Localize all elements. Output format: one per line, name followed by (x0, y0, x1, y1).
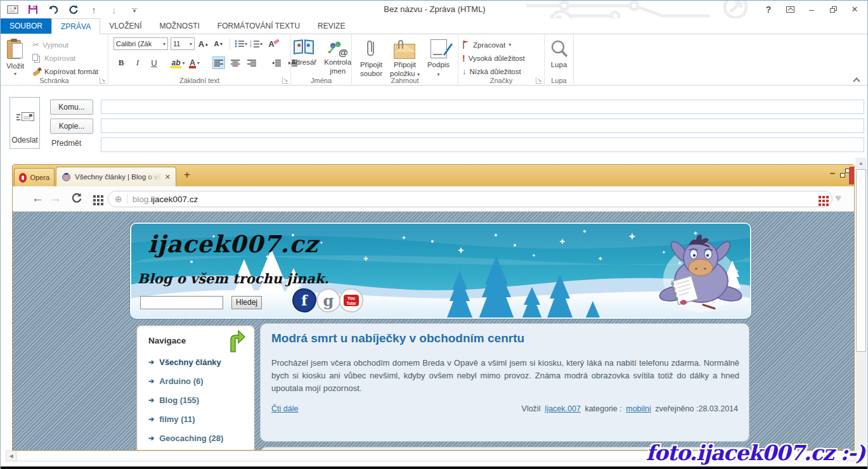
paste-icon (6, 39, 25, 60)
article-title[interactable]: Modrá smrt u nabíječky v obchodním cenrt… (271, 331, 524, 345)
restore-icon[interactable] (824, 3, 842, 16)
tab-soubor[interactable]: SOUBOR (1, 18, 51, 34)
align-center-icon[interactable] (229, 56, 242, 69)
scroll-left-icon[interactable]: ◀ (6, 451, 16, 461)
tab-close-icon[interactable]: ✕ (165, 173, 171, 181)
opera-menu-button[interactable]: Opera (14, 168, 55, 186)
tab-vlozeni[interactable]: VLOŽENÍ (100, 18, 150, 34)
cc-button[interactable]: Kopie... (50, 119, 93, 134)
sidebar-item-geocaching[interactable]: ➔Geocaching (28) (148, 432, 250, 444)
subject-label: Předmět (51, 139, 81, 148)
grow-font-icon[interactable]: A▲ (197, 37, 210, 50)
blog-tagline: Blog o všem trochu jinak. (138, 271, 329, 286)
send-button[interactable]: Odeslat (10, 97, 40, 149)
numbering-icon[interactable]: 123 ▾ (250, 37, 262, 50)
new-tab-button[interactable]: + (184, 169, 190, 181)
subject-field[interactable] (101, 138, 864, 152)
paperclip-icon (365, 39, 377, 59)
shrink-font-icon[interactable]: A▼ (212, 37, 225, 50)
sidebar-item-arduino[interactable]: ➔Arduino (6) (148, 375, 250, 387)
align-right-icon[interactable] (245, 56, 258, 69)
attach-item-icon (394, 39, 415, 59)
copy-button[interactable]: Kopírovat (30, 52, 101, 64)
decrease-indent-icon[interactable] (269, 56, 282, 69)
bookmark-heart-icon[interactable]: ♥ (835, 192, 841, 205)
google-icon[interactable]: g (318, 290, 339, 311)
sidebar-item-all-articles[interactable]: ➔Všechny články (148, 356, 250, 368)
extensions-icon[interactable] (819, 196, 821, 198)
bold-icon[interactable]: B (115, 56, 127, 69)
ribbon-display-options-icon[interactable] (781, 3, 799, 16)
low-importance-button[interactable]: ↓ Nízká důležitost (458, 65, 544, 78)
font-color-icon[interactable]: A▾ (188, 56, 201, 69)
check-names-icon: ☻☻ ✓@ (327, 39, 349, 56)
vertical-scroll-thumb[interactable] (856, 169, 866, 352)
scroll-up-icon[interactable]: ▲ (855, 158, 867, 169)
window-controls: ? – × (760, 1, 864, 18)
clipboard-dialog-launcher-icon[interactable]: ↘ (100, 77, 106, 84)
youtube-icon[interactable]: YouTube (340, 290, 362, 311)
highlight-icon[interactable]: ab▾ (172, 56, 185, 69)
site-badge-icon[interactable]: ⊕ (115, 194, 122, 204)
outlook-message-window: ↑ ↓ ―▾ Bez názvu - Zpráva (HTML) ? – × S… (0, 0, 868, 469)
forward-icon[interactable]: → (49, 191, 62, 205)
window-bottom-edge (1, 466, 868, 469)
follow-up-button[interactable]: Zpracovat▾ (458, 38, 544, 51)
blog-sidebar: Navigace ➔Všechny články ➔Arduino (6) ➔B… (136, 325, 255, 451)
ribbon-group-names: ☻☻ Adresář ☻☻ ✓@ Kontrolajmen Jména (291, 34, 352, 86)
blog-search-button[interactable]: Hledej (231, 296, 262, 309)
opera-window: Opera Všechny články | Blog o vš ✕ + – (12, 164, 855, 451)
address-bar[interactable]: ⊕ blog.ijacek007.cz (108, 191, 832, 207)
tab-favicon (62, 172, 71, 183)
green-arrow-icon (226, 330, 245, 355)
underline-icon[interactable]: U (148, 56, 160, 69)
speed-dial-icon[interactable] (93, 195, 96, 198)
close-icon[interactable]: × (846, 3, 864, 16)
ribbon-tab-row: SOUBOR ZPRÁVA VLOŽENÍ MOŽNOSTI FORMÁTOVÁ… (1, 18, 868, 34)
sidebar-item-filmy[interactable]: ➔filmy (11) (148, 413, 250, 425)
clear-formatting-icon[interactable]: A (265, 37, 278, 50)
tags-dialog-launcher-icon[interactable]: ↘ (536, 77, 542, 84)
blog-page: ijacek007.cz Blog o všem trochu jinak. H… (13, 212, 854, 451)
blog-search-input[interactable] (140, 296, 223, 309)
font-name-combo[interactable]: Calibri (Zák▾ (113, 37, 168, 50)
opera-minimize-icon[interactable]: – (830, 167, 835, 178)
sidebar-item-blog[interactable]: ➔Blog (155) (148, 394, 250, 406)
bullets-icon[interactable]: ▾ (235, 37, 247, 50)
to-field[interactable] (101, 100, 864, 114)
tab-revize[interactable]: REVIZE (309, 18, 354, 34)
help-icon[interactable]: ? (760, 3, 777, 16)
tab-title: Všechny články | Blog o vš (75, 173, 161, 181)
message-body[interactable]: Opera Všechny články | Blog o vš ✕ + – (1, 157, 868, 467)
minimize-icon[interactable]: – (803, 3, 820, 16)
copy-icon (32, 54, 41, 63)
blog-site-title[interactable]: ijacek007.cz (148, 230, 318, 258)
back-icon[interactable]: ← (32, 191, 44, 205)
opera-tab-strip: Opera Všechny články | Blog o vš ✕ + – (13, 165, 854, 186)
to-button[interactable]: Komu... (50, 100, 93, 115)
cc-field[interactable] (101, 119, 864, 133)
read-more-link[interactable]: Čti dále (271, 404, 298, 413)
tab-formatovani-textu[interactable]: FORMÁTOVÁNÍ TEXTU (209, 18, 309, 34)
opera-window-controls: – (830, 167, 845, 178)
signature-icon (431, 39, 447, 59)
italic-icon[interactable]: I (131, 56, 144, 69)
category-link[interactable]: mobilni (626, 404, 651, 413)
tab-zprava[interactable]: ZPRÁVA (51, 18, 100, 34)
ribbon-group-clipboard: Vložit ▾ ✂ Vyjmout Kopírovat Kopírovat f… (1, 34, 108, 86)
flag-icon (462, 41, 470, 49)
align-left-icon[interactable] (212, 56, 225, 69)
vertical-scrollbar[interactable]: ▲ ▼ (855, 158, 867, 451)
reload-icon[interactable] (71, 192, 82, 206)
high-importance-button[interactable]: ! Vysoká důležitost (458, 51, 544, 65)
format-painter-button[interactable]: Kopírovat formát (30, 65, 101, 77)
opera-active-tab[interactable]: Všechny články | Blog o vš ✕ (56, 167, 176, 186)
collapse-ribbon-icon[interactable] (853, 77, 860, 82)
article-body: Procházel jsem včera obchodím domem Bred… (271, 357, 739, 395)
author-link[interactable]: Ijacek.007 (545, 404, 581, 413)
cut-button[interactable]: ✂ Vyjmout (30, 39, 101, 51)
tab-moznosti[interactable]: MOŽNOSTI (151, 18, 209, 34)
opera-toolbar: ← → ⊕ blog.ijacek007.cz ♥ (13, 186, 854, 212)
opera-close-icon[interactable] (849, 167, 854, 184)
font-size-combo[interactable]: 11▾ (171, 37, 195, 50)
